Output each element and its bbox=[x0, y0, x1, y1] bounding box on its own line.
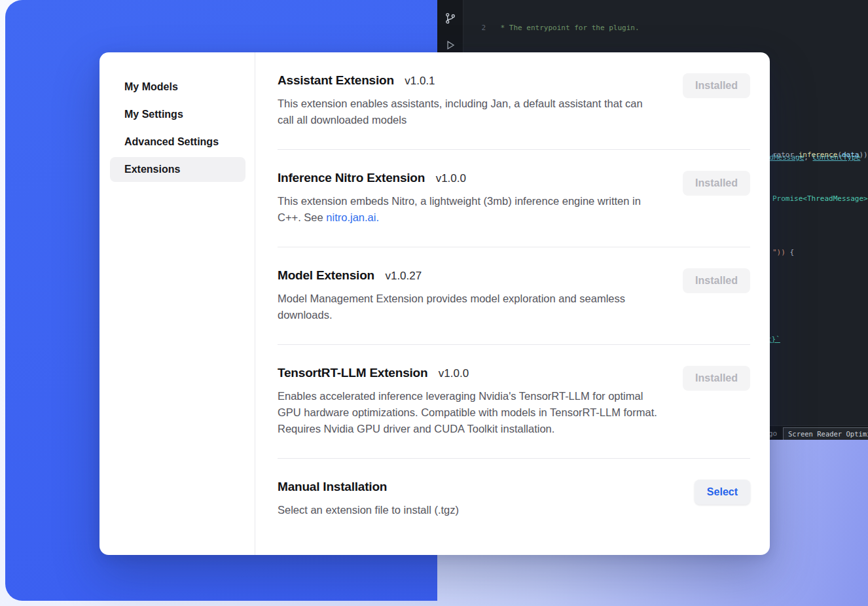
extension-title: TensortRT-LLM Extension bbox=[278, 366, 427, 380]
sidebar-item-advanced-settings[interactable]: Advanced Settings bbox=[110, 130, 245, 154]
extension-description: This extension embeds Nitro, a lightweig… bbox=[278, 193, 660, 226]
extension-description: This extension enables assistants, inclu… bbox=[278, 96, 660, 128]
extension-description: Enables accelerated inference leveraging… bbox=[278, 388, 660, 437]
sidebar-item-my-settings[interactable]: My Settings bbox=[110, 102, 245, 127]
extension-version: v1.0.0 bbox=[439, 367, 469, 380]
installed-button[interactable]: Installed bbox=[683, 366, 750, 391]
installed-button[interactable]: Installed bbox=[683, 171, 750, 196]
extension-description: Model Management Extension provides mode… bbox=[278, 291, 660, 323]
extensions-list: Assistant Extension v1.0.1 This extensio… bbox=[255, 52, 770, 555]
settings-modal: My Models My Settings Advanced Settings … bbox=[99, 52, 770, 555]
code-fragment: ")) { bbox=[772, 247, 794, 258]
sidebar-item-extensions[interactable]: Extensions bbox=[110, 157, 245, 182]
manual-installation-description: Select an extension file to install (.tg… bbox=[278, 502, 660, 518]
extension-title: Inference Nitro Extension bbox=[278, 171, 425, 185]
screen-reader-chip[interactable]: Screen Reader Optimized bbox=[783, 427, 868, 440]
code-comment: * The entrypoint for the plugin. bbox=[496, 24, 640, 32]
code-fragment: Promise<ThreadMessage> bbox=[772, 194, 868, 205]
extension-row-tensorrt: TensortRT-LLM Extension v1.0.0 Enables a… bbox=[278, 345, 750, 459]
extension-row-model: Model Extension v1.0.27 Model Management… bbox=[278, 247, 750, 345]
installed-button[interactable]: Installed bbox=[683, 73, 750, 98]
manual-installation-title: Manual Installation bbox=[278, 480, 387, 493]
git-branch-icon[interactable] bbox=[444, 12, 456, 24]
nitro-jan-ai-link[interactable]: nitro.jan.ai. bbox=[326, 211, 379, 223]
extension-version: v1.0.27 bbox=[385, 270, 422, 282]
select-file-button[interactable]: Select bbox=[695, 480, 750, 505]
manual-installation-row: Manual Installation Select an extension … bbox=[278, 459, 750, 539]
extension-title: Assistant Extension bbox=[278, 73, 394, 87]
extension-title: Model Extension bbox=[278, 268, 374, 282]
extension-row-nitro: Inference Nitro Extension v1.0.0 This ex… bbox=[278, 150, 750, 247]
run-icon[interactable] bbox=[444, 39, 456, 51]
code-fragment: rator.inference(data)); bbox=[772, 150, 868, 161]
extension-version: v1.0.1 bbox=[405, 75, 435, 87]
sidebar-item-my-models[interactable]: My Models bbox=[110, 75, 245, 99]
extension-row-assistant: Assistant Extension v1.0.1 This extensio… bbox=[278, 52, 750, 150]
settings-sidebar: My Models My Settings Advanced Settings … bbox=[99, 52, 255, 555]
extension-version: v1.0.0 bbox=[436, 172, 466, 185]
installed-button[interactable]: Installed bbox=[683, 268, 750, 293]
